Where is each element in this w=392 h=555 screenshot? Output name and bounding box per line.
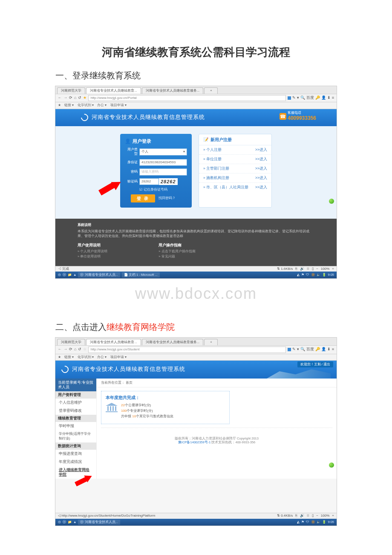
- home-icon-2[interactable]: ⌂: [74, 347, 76, 352]
- reg-item-bureau[interactable]: » 市、区（县）人社局注册: [203, 185, 248, 190]
- tray-net-icon[interactable]: 🔆: [311, 273, 315, 277]
- welcome-badge[interactable]: 欢迎您！王魁 / 退出: [297, 361, 333, 367]
- tab2-2-active[interactable]: 河南省专业技术人员继续教育...: [86, 339, 141, 345]
- guide-link-1[interactable]: » 点击下载用户操作指南: [159, 249, 195, 254]
- star-icon[interactable]: ★: [83, 95, 86, 101]
- tray-flag-icon[interactable]: ⚑: [301, 273, 304, 277]
- mode-icon[interactable]: [288, 96, 291, 100]
- zoom-in-icon[interactable]: +: [332, 267, 334, 271]
- reg-go-3[interactable]: >>进入: [255, 176, 267, 180]
- sidebar-item-hours[interactable]: 学时申报: [55, 422, 96, 430]
- bm-links[interactable]: 链接 ▾: [64, 103, 74, 107]
- tb2-folder-icon[interactable]: 📁: [68, 520, 72, 524]
- tray2-net-icon[interactable]: 🔆: [311, 520, 315, 524]
- password-input[interactable]: 请输入密码: [139, 168, 187, 175]
- sb-icon-1[interactable]: ⎘: [295, 267, 297, 271]
- back-icon-2[interactable]: ←: [58, 347, 62, 352]
- tray-sound-icon[interactable]: 🔈: [317, 273, 320, 277]
- zoom-out-icon-2[interactable]: −: [316, 514, 318, 518]
- tray2-shield-icon[interactable]: 🛡: [306, 520, 309, 524]
- usage-link-1[interactable]: » 个人用户使用说明: [78, 249, 107, 254]
- zoom-out-icon[interactable]: −: [316, 267, 318, 271]
- tab-1[interactable]: 河南师范大学: [57, 87, 85, 94]
- bm-office[interactable]: 办公 ▾: [97, 103, 107, 107]
- bm2-links[interactable]: 链接 ▾: [64, 355, 74, 359]
- reg-item-unit[interactable]: » 单位注册: [203, 157, 222, 162]
- tb-task-1[interactable]: ⓔ 河南省专业技术人员...: [78, 272, 120, 278]
- refresh-icon[interactable]: ⟳: [69, 95, 72, 101]
- forward-icon-2[interactable]: →: [63, 347, 67, 352]
- sidebar-item-password[interactable]: 登录密码修改: [55, 407, 96, 415]
- tray2-flag-icon[interactable]: ⚑: [301, 520, 304, 524]
- tray2-sound-icon[interactable]: 🔈: [317, 520, 320, 524]
- tab-2-active[interactable]: 河南省专业技术人员继续教育...: [86, 87, 141, 94]
- remember-checkbox[interactable]: ☑记住身份证号码: [139, 188, 187, 192]
- edit-icon-2[interactable]: ✎: [292, 347, 296, 352]
- tb-ie-icon[interactable]: ⓔ: [63, 273, 66, 277]
- reg-go-1[interactable]: >>进入: [255, 157, 267, 162]
- new-tab-button-2[interactable]: +: [204, 339, 218, 345]
- restore-icon[interactable]: ↺: [78, 95, 81, 101]
- download-icon-2[interactable]: ⬇: [327, 347, 331, 352]
- back-icon[interactable]: ←: [58, 95, 62, 101]
- ext-icon[interactable]: 🔑: [315, 95, 320, 101]
- reg-item-personal[interactable]: » 个人注册: [203, 147, 222, 152]
- dropdown-icon[interactable]: ▾: [297, 95, 299, 101]
- new-tab-button[interactable]: +: [204, 87, 218, 94]
- reg-go-0[interactable]: >>进入: [255, 147, 267, 152]
- home-icon[interactable]: ⌂: [74, 95, 76, 101]
- sidebar-item-annual[interactable]: 年度完成情况: [55, 458, 96, 466]
- tray2-batt-icon[interactable]: 🔋: [322, 520, 326, 524]
- reg-go-2[interactable]: >>进入: [255, 166, 267, 171]
- refresh-icon-2[interactable]: ⟳: [69, 347, 72, 352]
- id-input[interactable]: 412328198204034593: [139, 159, 187, 166]
- forward-icon[interactable]: →: [63, 95, 67, 101]
- user-type-select[interactable]: 个人 ▾: [139, 148, 187, 155]
- bm2-office[interactable]: 办公 ▾: [97, 355, 107, 359]
- captcha-image[interactable]: 28262: [159, 178, 178, 185]
- sb2-split-icon[interactable]: ▯: [312, 514, 314, 518]
- captcha-input[interactable]: 28262: [139, 178, 159, 185]
- tray-shield-icon[interactable]: 🛡: [306, 273, 309, 277]
- reg-item-org[interactable]: » 施教机构注册: [203, 176, 229, 180]
- tray2-up-icon[interactable]: ◭: [297, 520, 300, 524]
- reg-go-4[interactable]: >>进入: [255, 185, 267, 190]
- menu-icon[interactable]: ≡: [332, 95, 334, 101]
- bm2-chem[interactable]: 化学试剂 ▾: [78, 355, 94, 359]
- bm-chem[interactable]: 化学试剂 ▾: [78, 103, 94, 107]
- usage-link-2[interactable]: » 单位使用说明: [78, 254, 107, 259]
- url-input[interactable]: http://www.hnzjgl.gov.cn/Portal: [88, 95, 285, 101]
- search-engine-icon[interactable]: 🔍: [300, 95, 305, 101]
- tab2-1[interactable]: 河南师范大学: [57, 339, 85, 345]
- tb2-net-icon[interactable]: ▲: [73, 520, 76, 524]
- zoom-in-icon-2[interactable]: +: [332, 514, 334, 518]
- guide-link-2[interactable]: » 常见问题: [159, 254, 195, 259]
- download-icon[interactable]: ⬇: [327, 95, 331, 101]
- sidebar-item-progress[interactable]: 申报进度查询: [55, 450, 96, 458]
- mode-icon-2[interactable]: [288, 348, 291, 351]
- tb-task-2[interactable]: 📄 文档 1 - Microsoft ...: [122, 272, 160, 278]
- tb-folder-icon[interactable]: 📁: [68, 273, 72, 277]
- url-input-2[interactable]: http://www.hnzjgl.gov.cn/Student: [88, 347, 285, 353]
- tb-net-icon[interactable]: ▲: [73, 273, 76, 277]
- bm-star-icon[interactable]: ★: [58, 103, 61, 107]
- restore-icon-2[interactable]: ↺: [78, 347, 81, 352]
- ext2-icon-2[interactable]: 👤: [321, 347, 326, 352]
- forgot-password-link[interactable]: 找回密码？: [159, 196, 176, 200]
- edit-icon[interactable]: ✎: [292, 95, 296, 101]
- search-engine-icon-2[interactable]: 🔍: [300, 347, 305, 352]
- start-icon[interactable]: ◎: [58, 273, 61, 277]
- tb2-ie-icon[interactable]: ⓔ: [63, 520, 66, 524]
- empty-star-icon[interactable]: ☆: [83, 347, 86, 352]
- menu-icon-2[interactable]: ≡: [332, 347, 334, 352]
- tray-up-icon[interactable]: ◭: [297, 273, 300, 277]
- sidebar-item-credits[interactable]: 学分申报(适用于学分制行业): [55, 430, 96, 442]
- start-icon-2[interactable]: ◎: [58, 520, 61, 524]
- login-button[interactable]: 登 录: [131, 194, 155, 202]
- ext2-icon[interactable]: 👤: [321, 95, 326, 101]
- dropdown-icon-2[interactable]: ▾: [297, 347, 299, 352]
- sb-sound-icon[interactable]: 🔊: [300, 267, 304, 271]
- reg-item-dept[interactable]: » 主管部门注册: [203, 166, 229, 171]
- sidebar-item-profile[interactable]: 个人信息维护: [55, 399, 96, 407]
- sb2-grid-icon[interactable]: ⁞⁞: [307, 514, 309, 518]
